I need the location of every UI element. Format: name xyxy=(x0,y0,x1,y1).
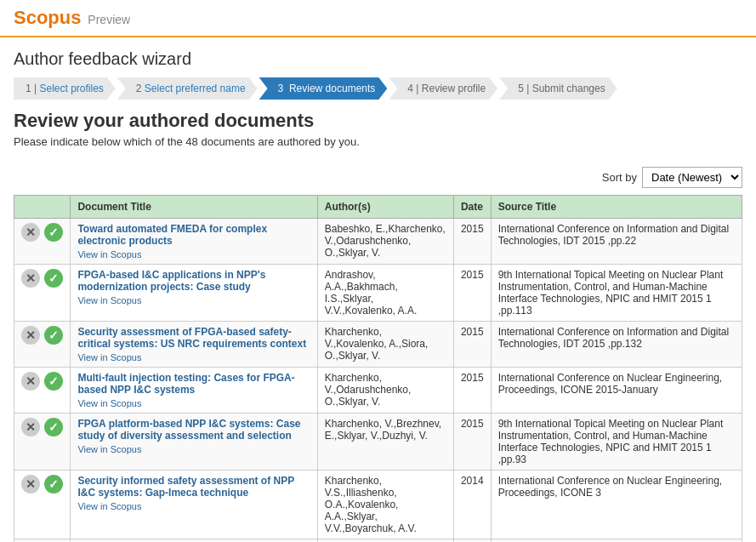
source-cell: International Conference on Information … xyxy=(491,322,742,368)
source-cell: Nuclear Power Plant Instrumentation and … xyxy=(491,539,742,543)
source-text: International Conference on Nuclear Engi… xyxy=(498,372,723,396)
authors-text: Kharchenko, V.S.,Illiashenko, O.A.,Koval… xyxy=(325,475,417,534)
accept-button[interactable]: ✓ xyxy=(44,418,63,436)
col-header-date: Date xyxy=(453,196,491,219)
authors-cell: Siora, A.,Sklyar, V.,Kharchenko, V.,Brez… xyxy=(317,539,453,543)
step-5: 5 | Submit changes xyxy=(499,77,617,100)
action-cell: ✕ ✓ xyxy=(14,414,71,471)
source-text: 9th International Topical Meeting on Nuc… xyxy=(498,418,724,465)
sort-label: Sort by xyxy=(602,171,637,184)
table-row: ✕ ✓ Multi-fault injection testing: Cases… xyxy=(14,368,742,414)
reject-button[interactable]: ✕ xyxy=(21,326,40,345)
date-text: 2014 xyxy=(461,475,484,487)
action-cell: ✕ ✓ xyxy=(14,368,71,414)
title-cell: Multi-fault injection testing: Cases for… xyxy=(71,368,317,414)
page-heading: Review your authored documents xyxy=(14,110,742,132)
reject-button[interactable]: ✕ xyxy=(21,372,40,391)
view-in-scopus-link[interactable]: View in Scopus xyxy=(77,501,310,511)
title-cell: Security assessment of FPGA-based safety… xyxy=(71,322,317,368)
col-header-authors: Author(s) xyxy=(317,196,453,219)
doc-title: FPGA platform-based NPP I&C systems: Cas… xyxy=(77,418,300,442)
source-cell: 9th International Topical Meeting on Nuc… xyxy=(491,265,742,322)
col-header-source: Source Title xyxy=(491,196,742,219)
source-cell: International Conference on Information … xyxy=(491,219,742,265)
title-cell: FPGA-based I&C applications in NPP's mod… xyxy=(71,265,317,322)
source-cell: International Conference on Nuclear Engi… xyxy=(491,368,742,414)
source-cell: 9th International Topical Meeting on Nuc… xyxy=(491,414,742,471)
table-row: ✕ ✓ FPGA platform-based NPP I&C systems:… xyxy=(14,414,742,471)
col-header-actions xyxy=(14,196,71,219)
table-row: ✕ ✓ Toward automated FMEDA for complex e… xyxy=(14,219,742,265)
steps-bar: 1 | Select profiles 2 Select preferred n… xyxy=(0,77,756,110)
title-cell: FPGA platform-based NPP I&C systems: Cas… xyxy=(71,414,317,471)
step-1-label: 1 | Select profiles xyxy=(26,83,104,94)
reject-button[interactable]: ✕ xyxy=(21,475,40,494)
source-cell: International Conference on Nuclear Engi… xyxy=(491,471,742,539)
action-cell: ✕ ✓ xyxy=(14,219,71,265)
authors-cell: Kharchenko, V.S.,Illiashenko, O.A.,Koval… xyxy=(317,471,453,539)
date-text: 2015 xyxy=(461,223,484,235)
date-text: 2015 xyxy=(461,418,484,430)
page-subtext: Please indicate below which of the 48 do… xyxy=(14,135,742,148)
action-cell: ✕ ✓ xyxy=(14,322,71,368)
date-cell: 2014 xyxy=(453,539,491,543)
step-3: 3 Review documents xyxy=(259,77,388,100)
doc-title: Multi-fault injection testing: Cases for… xyxy=(77,372,294,396)
reject-button[interactable]: ✕ xyxy=(21,269,40,288)
sort-select[interactable]: Date (Newest) Date (Oldest) Title (A-Z) … xyxy=(642,167,742,188)
accept-button[interactable]: ✓ xyxy=(44,475,63,494)
step-2-label: 2 Select preferred name xyxy=(136,83,246,94)
source-text: 9th International Topical Meeting on Nuc… xyxy=(498,269,724,317)
view-in-scopus-link[interactable]: View in Scopus xyxy=(77,352,310,362)
authors-text: Kharchenko, V.,Brezhnev, E.,Sklyar, V.,D… xyxy=(325,418,441,442)
accept-button[interactable]: ✓ xyxy=(44,269,63,288)
accept-button[interactable]: ✓ xyxy=(44,372,63,391)
page-content: Review your authored documents Please in… xyxy=(0,110,756,542)
table-row: ✕ ✓ Security assessment of FPGA-based sa… xyxy=(14,322,742,368)
source-text: International Conference on Information … xyxy=(498,326,730,350)
table-row: ✕ ✓ Security informed safety assessment … xyxy=(14,471,742,539)
authors-cell: Kharchenko, V.,Brezhnev, E.,Sklyar, V.,D… xyxy=(317,414,453,471)
step-5-label: 5 | Submit changes xyxy=(518,83,605,94)
date-text: 2015 xyxy=(461,326,484,338)
doc-title: FPGA-based I&C applications in NPP's mod… xyxy=(77,269,265,293)
authors-cell: Babeshko, E.,Kharchenko, V.,Odarushchenk… xyxy=(317,219,453,265)
toolbar: Sort by Date (Newest) Date (Oldest) Titl… xyxy=(14,160,742,195)
accept-button[interactable]: ✓ xyxy=(44,223,63,242)
date-cell: 2015 xyxy=(453,219,491,265)
wizard-title: Author feedback wizard xyxy=(14,49,742,69)
view-in-scopus-link[interactable]: View in Scopus xyxy=(77,398,310,408)
step-4-label: 4 | Review profile xyxy=(407,83,486,94)
date-text: 2015 xyxy=(461,372,484,384)
table-row: ✕ ✓ Diversity and multi-version systems … xyxy=(14,539,742,543)
authors-cell: Kharchenko, V.,Odarushchenko, O.,Sklyar,… xyxy=(317,368,453,414)
action-cell: ✕ ✓ xyxy=(14,539,71,543)
step-2[interactable]: 2 Select preferred name xyxy=(117,77,258,100)
title-cell: Diversity and multi-version systems View… xyxy=(71,539,317,543)
authors-cell: Kharchenko, V.,Kovalenko, A.,Siora, O.,S… xyxy=(317,322,453,368)
step-4: 4 | Review profile xyxy=(389,77,497,100)
doc-title: Toward automated FMEDA for complex elect… xyxy=(77,223,267,247)
step-2-link[interactable]: Select preferred name xyxy=(145,83,246,94)
col-header-title: Document Title xyxy=(71,196,317,219)
doc-title: Security informed safety assessment of N… xyxy=(77,475,294,499)
view-in-scopus-link[interactable]: View in Scopus xyxy=(77,249,310,260)
accept-button[interactable]: ✓ xyxy=(44,326,63,345)
reject-button[interactable]: ✕ xyxy=(21,223,40,242)
scopus-logo: Scopus Preview xyxy=(10,7,130,29)
authors-cell: Andrashov, A.A.,Bakhmach, I.S.,Sklyar, V… xyxy=(317,265,453,322)
date-cell: 2014 xyxy=(453,471,491,539)
date-cell: 2015 xyxy=(453,414,491,471)
source-text: International Conference on Nuclear Engi… xyxy=(498,475,723,499)
step-1[interactable]: 1 | Select profiles xyxy=(14,77,116,100)
view-in-scopus-link[interactable]: View in Scopus xyxy=(77,444,310,454)
step-1-link[interactable]: Select profiles xyxy=(39,83,103,94)
date-cell: 2015 xyxy=(453,265,491,322)
wizard-title-bar: Author feedback wizard xyxy=(0,37,756,77)
document-table: Document Title Author(s) Date Source Tit… xyxy=(14,195,742,542)
reject-button[interactable]: ✕ xyxy=(21,418,40,436)
authors-text: Kharchenko, V.,Odarushchenko, O.,Sklyar,… xyxy=(325,372,412,408)
date-text: 2015 xyxy=(461,269,484,281)
header: Scopus Preview xyxy=(0,0,756,37)
view-in-scopus-link[interactable]: View in Scopus xyxy=(77,295,310,305)
